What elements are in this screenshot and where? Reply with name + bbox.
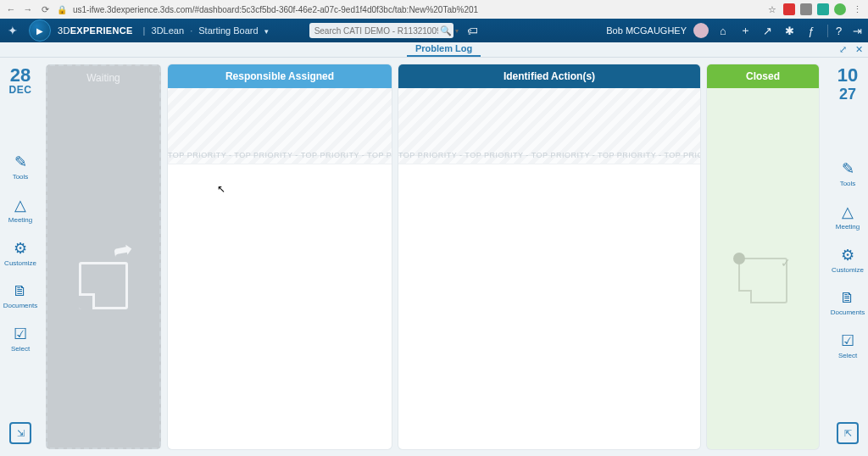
column-header: Responsible Assigned (168, 64, 392, 88)
column-closed[interactable]: Closed ✓ (707, 64, 819, 449)
select-icon: ☑ (14, 325, 27, 343)
extension-icon[interactable] (783, 3, 795, 15)
priority-label: TOP PRIORITY - TOP PRIORITY - TOP PRIORI… (398, 151, 700, 159)
left-rail: 28 DEC ✎ Tools △ Meeting ⚙ Customize 🗎 D… (0, 58, 41, 456)
network-icon[interactable]: ✱ (782, 25, 797, 37)
right-rail: 10 27 ✎ Tools △ Meeting ⚙ Customize 🗎 Do… (827, 58, 868, 456)
search-input[interactable] (309, 23, 453, 38)
gear-icon: ⚙ (841, 246, 854, 264)
browser-chrome: ← → ⟳ 🔒 us1-ifwe.3dexperience.3ds.com/#d… (0, 0, 868, 19)
chevron-down-icon[interactable]: ▾ (264, 27, 269, 36)
expand-icon[interactable]: ⤢ (839, 44, 847, 55)
brand-label: 3DEXPERIENCE (58, 25, 133, 36)
rail-select[interactable]: ☑ Select (5, 325, 36, 353)
waiting-placeholder: ➦ (47, 225, 159, 309)
filter-icon[interactable]: ƒ (804, 25, 819, 37)
check-icon: ✓ (781, 256, 791, 270)
lock-icon: 🔒 (56, 5, 68, 14)
kanban-board: Waiting ➦ Responsible Assigned TOP PRIOR… (41, 58, 827, 456)
share-arrow-icon: ➦ (110, 234, 134, 264)
exit-icon[interactable]: ⇥ (849, 25, 865, 37)
add-icon[interactable]: ＋ (737, 23, 753, 38)
search-dropdown-icon[interactable]: ▾ (455, 27, 459, 35)
tab-strip: Problem Log ⤢ ✕ (0, 42, 868, 58)
column-header: Identified Action(s) (398, 64, 700, 88)
extension-icon[interactable] (817, 3, 829, 15)
avatar[interactable] (693, 23, 709, 38)
search-icon[interactable]: 🔍 (440, 25, 452, 36)
dot-icon (733, 253, 745, 264)
rail-meeting[interactable]: △ Meeting (5, 196, 36, 224)
note-icon (79, 262, 128, 309)
rail-documents[interactable]: 🗎 Documents (832, 289, 863, 316)
home-icon[interactable]: ⌂ (715, 25, 731, 37)
reload-icon[interactable]: ⟳ (39, 4, 51, 15)
priority-band (398, 88, 700, 156)
address-bar[interactable]: us1-ifwe.3dexperience.3ds.com/#dashboard… (73, 5, 478, 14)
rail-tools[interactable]: ✎ Tools (832, 159, 863, 187)
date-display: 28 DEC (9, 66, 32, 95)
help-icon[interactable]: ? (827, 25, 843, 37)
closed-placeholder: ✓ (707, 258, 819, 303)
star-icon[interactable]: ☆ (766, 4, 778, 15)
rail-select[interactable]: ☑ Select (832, 331, 863, 359)
tools-icon: ✎ (842, 159, 854, 178)
document-icon: 🗎 (13, 282, 28, 300)
note-icon: ✓ (738, 258, 787, 303)
user-name[interactable]: Bob MCGAUGHEY (606, 25, 687, 36)
app-top-nav: ✦ ▶ 3DEXPERIENCE | 3DLean · Starting Boa… (0, 19, 868, 42)
select-icon: ☑ (841, 331, 854, 350)
share-icon[interactable]: ↗ (760, 25, 775, 37)
document-icon: 🗎 (840, 289, 855, 307)
column-header: Waiting (47, 66, 159, 90)
forward-icon[interactable]: → (22, 4, 34, 14)
rail-documents[interactable]: 🗎 Documents (5, 282, 36, 309)
close-icon[interactable]: ✕ (855, 44, 863, 55)
extension-icon[interactable] (800, 3, 812, 15)
column-header: Closed (707, 64, 819, 88)
gear-icon: ⚙ (14, 239, 27, 258)
meeting-icon: △ (14, 196, 26, 214)
ds-logo-icon[interactable]: ✦ (3, 21, 22, 40)
back-icon[interactable]: ← (5, 4, 17, 14)
compass-icon[interactable]: ▶ (29, 19, 51, 42)
time-display: 10 27 (837, 66, 858, 102)
collapse-left-icon[interactable]: ⇲ (9, 422, 31, 444)
tools-icon: ✎ (14, 153, 27, 171)
rail-tools[interactable]: ✎ Tools (5, 153, 36, 181)
column-identified-actions[interactable]: Identified Action(s) TOP PRIORITY - TOP … (398, 64, 700, 449)
breadcrumb[interactable]: | 3DLean · Starting Board ▾ (140, 25, 269, 36)
column-waiting[interactable]: Waiting ➦ (46, 64, 161, 449)
priority-band (168, 88, 392, 156)
rail-customize[interactable]: ⚙ Customize (832, 246, 863, 274)
rail-meeting[interactable]: △ Meeting (832, 203, 863, 231)
menu-icon[interactable]: ⋮ (851, 4, 863, 15)
collapse-right-icon[interactable]: ⇱ (837, 422, 859, 444)
cursor-icon: ↖ (217, 183, 225, 195)
rail-customize[interactable]: ⚙ Customize (5, 239, 36, 267)
column-responsible-assigned[interactable]: Responsible Assigned TOP PRIORITY - TOP … (168, 64, 392, 449)
priority-label: TOP PRIORITY - TOP PRIORITY - TOP PRIORI… (168, 151, 392, 159)
search-wrap: 🔍 ▾ 🏷 (309, 23, 478, 38)
meeting-icon: △ (842, 203, 854, 221)
profile-icon[interactable] (834, 3, 846, 15)
tag-icon[interactable]: 🏷 (467, 25, 478, 37)
workspace: 28 DEC ✎ Tools △ Meeting ⚙ Customize 🗎 D… (0, 58, 868, 456)
tab-problem-log[interactable]: Problem Log (407, 42, 481, 57)
